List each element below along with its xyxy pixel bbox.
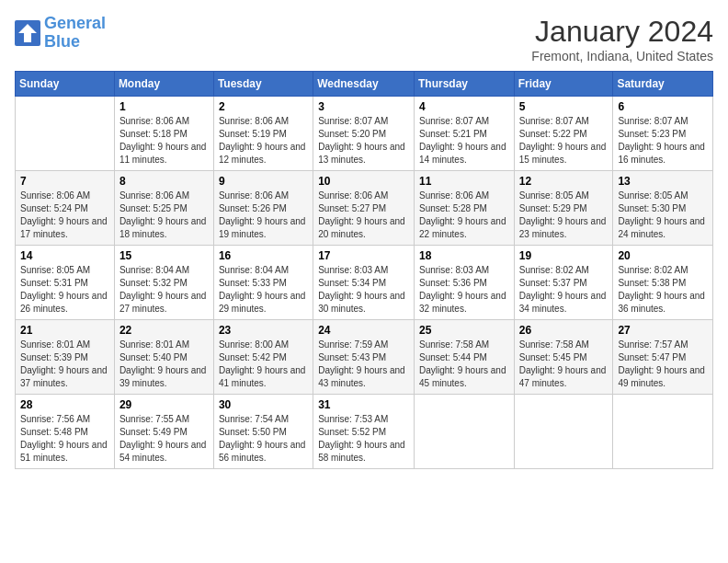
day-number: 3 [318,100,409,113]
day-number: 6 [618,100,708,113]
calendar-cell: 23Sunrise: 8:00 AMSunset: 5:42 PMDayligh… [213,320,313,395]
day-info: Sunrise: 8:05 AMSunset: 5:31 PMDaylight:… [20,264,109,316]
day-info: Sunrise: 7:59 AMSunset: 5:43 PMDaylight:… [318,339,409,390]
weekday-header-friday: Friday [514,72,613,97]
day-info: Sunrise: 8:04 AMSunset: 5:33 PMDaylight:… [219,264,308,316]
day-number: 19 [519,249,609,262]
calendar-cell: 10Sunrise: 8:06 AMSunset: 5:27 PMDayligh… [313,171,415,246]
calendar-cell: 9Sunrise: 8:06 AMSunset: 5:26 PMDaylight… [213,171,313,246]
weekday-header-row: SundayMondayTuesdayWednesdayThursdayFrid… [16,72,713,97]
day-number: 15 [119,249,209,262]
day-number: 29 [119,398,209,411]
day-number: 16 [219,249,308,262]
calendar-cell [16,97,115,171]
calendar-cell: 30Sunrise: 7:54 AMSunset: 5:50 PMDayligh… [213,395,313,469]
calendar-cell: 11Sunrise: 8:06 AMSunset: 5:28 PMDayligh… [414,171,514,246]
day-info: Sunrise: 8:03 AMSunset: 5:36 PMDaylight:… [419,264,509,316]
day-info: Sunrise: 8:06 AMSunset: 5:18 PMDaylight:… [119,115,209,167]
calendar-cell: 22Sunrise: 8:01 AMSunset: 5:40 PMDayligh… [114,320,213,395]
calendar-cell: 31Sunrise: 7:53 AMSunset: 5:52 PMDayligh… [313,395,415,469]
calendar-cell: 20Sunrise: 8:02 AMSunset: 5:38 PMDayligh… [613,246,713,320]
day-number: 8 [119,175,209,188]
day-info: Sunrise: 7:58 AMSunset: 5:44 PMDaylight:… [419,339,509,390]
day-number: 12 [519,175,609,188]
title-area: January 2024 Fremont, Indiana, United St… [531,15,713,63]
day-info: Sunrise: 8:02 AMSunset: 5:37 PMDaylight:… [519,264,609,316]
calendar-cell: 2Sunrise: 8:06 AMSunset: 5:19 PMDaylight… [213,97,313,171]
day-info: Sunrise: 8:06 AMSunset: 5:24 PMDaylight:… [20,190,109,241]
day-info: Sunrise: 8:06 AMSunset: 5:25 PMDaylight:… [119,190,209,241]
calendar-cell: 7Sunrise: 8:06 AMSunset: 5:24 PMDaylight… [16,171,115,246]
day-number: 26 [519,324,609,337]
day-info: Sunrise: 7:53 AMSunset: 5:52 PMDaylight:… [318,413,409,465]
day-number: 13 [618,175,708,188]
calendar-week-5: 28Sunrise: 7:56 AMSunset: 5:48 PMDayligh… [16,395,713,469]
calendar-cell: 1Sunrise: 8:06 AMSunset: 5:18 PMDaylight… [114,97,213,171]
day-info: Sunrise: 8:07 AMSunset: 5:23 PMDaylight:… [618,115,708,167]
calendar-cell [414,395,514,469]
day-info: Sunrise: 7:58 AMSunset: 5:45 PMDaylight:… [519,339,609,390]
calendar-cell: 21Sunrise: 8:01 AMSunset: 5:39 PMDayligh… [16,320,115,395]
day-info: Sunrise: 8:05 AMSunset: 5:29 PMDaylight:… [519,190,609,241]
day-number: 7 [20,175,109,188]
day-info: Sunrise: 8:06 AMSunset: 5:19 PMDaylight:… [219,115,308,167]
month-title: January 2024 [531,15,713,49]
calendar-cell: 5Sunrise: 8:07 AMSunset: 5:22 PMDaylight… [514,97,613,171]
day-number: 31 [318,398,409,411]
day-number: 30 [219,398,308,411]
day-number: 11 [419,175,509,188]
calendar-cell: 3Sunrise: 8:07 AMSunset: 5:20 PMDaylight… [313,97,415,171]
logo-blue: Blue [44,32,80,51]
day-info: Sunrise: 8:04 AMSunset: 5:32 PMDaylight:… [119,264,209,316]
weekday-header-wednesday: Wednesday [313,72,415,97]
day-number: 27 [618,324,708,337]
weekday-header-sunday: Sunday [16,72,115,97]
day-info: Sunrise: 7:54 AMSunset: 5:50 PMDaylight:… [219,413,308,465]
header: General Blue January 2024 Fremont, India… [15,15,713,63]
day-info: Sunrise: 8:03 AMSunset: 5:34 PMDaylight:… [318,264,409,316]
day-info: Sunrise: 7:55 AMSunset: 5:49 PMDaylight:… [119,413,209,465]
day-number: 22 [119,324,209,337]
day-number: 25 [419,324,509,337]
weekday-header-tuesday: Tuesday [213,72,313,97]
day-number: 21 [20,324,109,337]
weekday-header-monday: Monday [114,72,213,97]
weekday-header-thursday: Thursday [414,72,514,97]
calendar-cell: 4Sunrise: 8:07 AMSunset: 5:21 PMDaylight… [414,97,514,171]
logo-general: General [44,14,106,32]
calendar-cell: 12Sunrise: 8:05 AMSunset: 5:29 PMDayligh… [514,171,613,246]
day-number: 24 [318,324,409,337]
calendar-cell: 8Sunrise: 8:06 AMSunset: 5:25 PMDaylight… [114,171,213,246]
day-number: 20 [618,249,708,262]
day-info: Sunrise: 8:00 AMSunset: 5:42 PMDaylight:… [219,339,308,390]
day-info: Sunrise: 7:56 AMSunset: 5:48 PMDaylight:… [20,413,109,465]
day-number: 9 [219,175,308,188]
day-number: 2 [219,100,308,113]
day-number: 14 [20,249,109,262]
calendar-cell: 14Sunrise: 8:05 AMSunset: 5:31 PMDayligh… [16,246,115,320]
calendar-cell: 27Sunrise: 7:57 AMSunset: 5:47 PMDayligh… [613,320,713,395]
calendar-cell: 18Sunrise: 8:03 AMSunset: 5:36 PMDayligh… [414,246,514,320]
day-number: 4 [419,100,509,113]
calendar-cell: 25Sunrise: 7:58 AMSunset: 5:44 PMDayligh… [414,320,514,395]
logo: General Blue [15,15,106,52]
day-number: 28 [20,398,109,411]
calendar-cell: 19Sunrise: 8:02 AMSunset: 5:37 PMDayligh… [514,246,613,320]
day-info: Sunrise: 8:07 AMSunset: 5:22 PMDaylight:… [519,115,609,167]
weekday-header-saturday: Saturday [613,72,713,97]
calendar-week-1: 1Sunrise: 8:06 AMSunset: 5:18 PMDaylight… [16,97,713,171]
day-info: Sunrise: 8:05 AMSunset: 5:30 PMDaylight:… [618,190,708,241]
location: Fremont, Indiana, United States [531,49,713,63]
day-number: 10 [318,175,409,188]
calendar-week-3: 14Sunrise: 8:05 AMSunset: 5:31 PMDayligh… [16,246,713,320]
calendar-cell: 28Sunrise: 7:56 AMSunset: 5:48 PMDayligh… [16,395,115,469]
calendar-week-4: 21Sunrise: 8:01 AMSunset: 5:39 PMDayligh… [16,320,713,395]
calendar-cell: 6Sunrise: 8:07 AMSunset: 5:23 PMDaylight… [613,97,713,171]
logo-text: General Blue [44,15,106,52]
day-number: 1 [119,100,209,113]
day-info: Sunrise: 8:07 AMSunset: 5:20 PMDaylight:… [318,115,409,167]
day-number: 23 [219,324,308,337]
day-info: Sunrise: 8:01 AMSunset: 5:39 PMDaylight:… [20,339,109,390]
calendar-cell: 29Sunrise: 7:55 AMSunset: 5:49 PMDayligh… [114,395,213,469]
day-info: Sunrise: 8:06 AMSunset: 5:26 PMDaylight:… [219,190,308,241]
